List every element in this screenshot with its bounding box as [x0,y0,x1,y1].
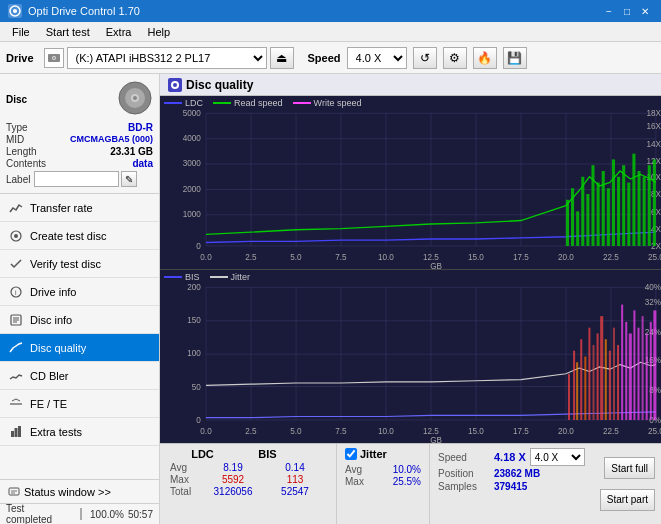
svg-text:22.5: 22.5 [603,251,619,262]
start-part-button[interactable]: Start part [600,489,655,511]
svg-text:2.5: 2.5 [245,425,257,436]
sidebar-item-create-test-disc[interactable]: Create test disc [0,222,159,250]
label-key: Label [6,174,30,185]
chart-header-icon [168,78,182,92]
main-layout: Disc Type BD-R MID CMCMAGBA [0,74,661,524]
speed-select[interactable]: 4.0 X [347,47,407,69]
burn-button[interactable]: 🔥 [473,47,497,69]
svg-text:7.5: 7.5 [335,425,347,436]
svg-rect-71 [566,200,569,246]
svg-text:16X: 16X [646,121,661,132]
sidebar-item-drive-info[interactable]: i Drive info [0,278,159,306]
chart-bottom: BIS Jitter [160,270,661,443]
svg-text:32%: 32% [645,296,661,307]
total-label: Total [170,486,202,497]
max-bis-value: 113 [264,474,326,485]
menu-file[interactable]: File [4,24,38,40]
drive-icon [44,48,64,68]
menu-start-test[interactable]: Start test [38,24,98,40]
svg-rect-18 [11,431,14,437]
svg-text:GB: GB [430,261,442,269]
progress-bar-container [80,508,82,520]
svg-text:20.0: 20.0 [558,251,574,262]
svg-text:25.0: 25.0 [648,425,661,436]
drive-label: Drive [6,52,34,64]
cd-bler-label: CD Bler [30,370,69,382]
ldc-legend-label: LDC [185,98,203,108]
position-value: 23862 MB [494,468,540,479]
svg-text:40%: 40% [645,281,661,292]
app-title: Opti Drive Control 1.70 [28,5,140,17]
top-chart-legend: LDC Read speed Write speed [164,98,361,108]
menu-extra[interactable]: Extra [98,24,140,40]
bottom-area: LDC BIS Avg 8.19 0.14 Max 5592 113 Tot [160,443,661,524]
total-ldc-value: 3126056 [202,486,264,497]
speed-stat-value: 4.18 X [494,451,526,463]
bis-legend-color [164,276,182,278]
status-window-label: Status window >> [24,486,111,498]
speed-dropdown[interactable]: 4.0 X [530,448,585,466]
svg-rect-75 [586,194,589,246]
sidebar-item-verify-test-disc[interactable]: Verify test disc [0,250,159,278]
length-label: Length [6,146,37,157]
jitter-checkbox[interactable] [345,448,357,460]
status-window-button[interactable]: Status window >> [0,480,159,504]
svg-point-4 [53,57,55,59]
close-button[interactable]: ✕ [637,4,653,18]
svg-rect-78 [602,171,605,246]
speed-stat-label: Speed [438,452,490,463]
svg-text:14X: 14X [646,138,661,149]
svg-text:0.0: 0.0 [200,425,212,436]
contents-value: data [132,158,153,169]
disc-section-title: Disc [6,94,27,105]
extra-tests-label: Extra tests [30,426,82,438]
svg-text:5.0: 5.0 [290,425,302,436]
svg-text:100: 100 [187,348,201,359]
svg-text:6X: 6X [651,206,661,217]
sidebar-item-fe-te[interactable]: FE / TE [0,390,159,418]
extra-tests-icon [8,424,24,440]
label-input[interactable] [34,171,119,187]
mid-label: MID [6,134,24,145]
svg-rect-76 [591,165,594,246]
chart-title: Disc quality [186,78,253,92]
svg-text:20.0: 20.0 [558,425,574,436]
minimize-button[interactable]: − [601,4,617,18]
svg-text:5000: 5000 [183,107,201,118]
svg-text:i: i [15,289,17,296]
refresh-button[interactable]: ↺ [413,47,437,69]
fe-te-label: FE / TE [30,398,67,410]
sidebar-item-extra-tests[interactable]: Extra tests [0,418,159,446]
write-speed-legend-label: Write speed [314,98,362,108]
svg-text:5.0: 5.0 [290,251,302,262]
sidebar-item-transfer-rate[interactable]: Transfer rate [0,194,159,222]
maximize-button[interactable]: □ [619,4,635,18]
eject-button[interactable]: ⏏ [270,47,294,69]
svg-rect-77 [597,183,600,246]
drive-info-icon: i [8,284,24,300]
settings-button[interactable]: ⚙ [443,47,467,69]
svg-text:200: 200 [187,281,201,292]
length-value: 23.31 GB [110,146,153,157]
sidebar-item-disc-info[interactable]: Disc info [0,306,159,334]
type-value: BD-R [128,122,153,133]
svg-rect-21 [9,488,19,495]
disc-quality-icon [8,340,24,356]
svg-rect-86 [643,177,646,246]
label-edit-button[interactable]: ✎ [121,171,137,187]
svg-text:50: 50 [192,381,201,392]
start-full-button[interactable]: Start full [604,457,655,479]
sidebar-item-disc-quality[interactable]: Disc quality [0,334,159,362]
drive-select[interactable]: (K:) ATAPI iHBS312 2 PL17 [67,47,267,69]
svg-rect-20 [18,426,21,437]
svg-rect-87 [648,165,651,246]
svg-text:10.0: 10.0 [378,425,394,436]
buttons-area: Start full Start part [593,444,661,524]
jitter-stats: Jitter Avg 10.0% Max 25.5% [336,444,429,524]
sidebar-item-cd-bler[interactable]: CD Bler [0,362,159,390]
save-button[interactable]: 💾 [503,47,527,69]
create-test-disc-icon [8,228,24,244]
write-speed-legend-color [293,102,311,104]
avg-ldc-value: 8.19 [202,462,264,473]
menu-help[interactable]: Help [139,24,178,40]
